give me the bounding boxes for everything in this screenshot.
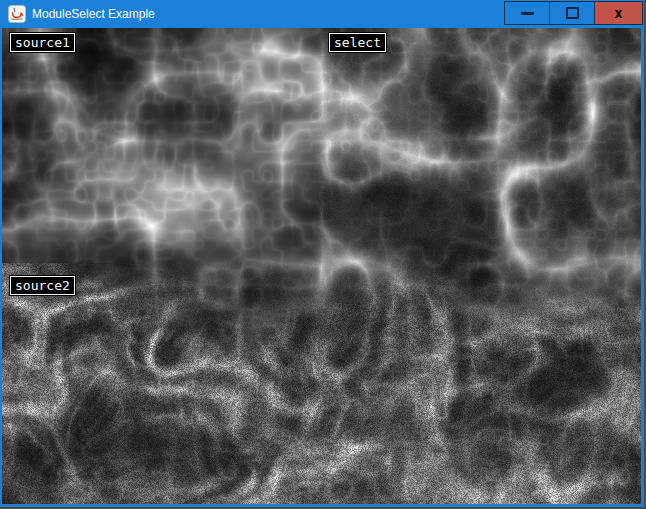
app-window: ModuleSelect Example x source1 select so…	[0, 0, 644, 507]
minimize-button[interactable]	[504, 1, 550, 25]
maximize-button[interactable]	[550, 1, 595, 25]
source1-label: source1	[10, 33, 75, 52]
select-label: select	[329, 33, 386, 52]
close-button[interactable]: x	[595, 1, 643, 25]
maximize-icon	[566, 7, 579, 19]
render-area: source1 select source2	[2, 28, 641, 504]
titlebar[interactable]: ModuleSelect Example x	[0, 0, 644, 28]
source2-label: source2	[10, 276, 75, 295]
minimize-icon	[521, 12, 534, 15]
source1-noise-image	[2, 28, 316, 263]
window-title: ModuleSelect Example	[32, 7, 155, 21]
close-icon: x	[614, 6, 622, 20]
java-coffee-cup-icon	[8, 5, 26, 23]
